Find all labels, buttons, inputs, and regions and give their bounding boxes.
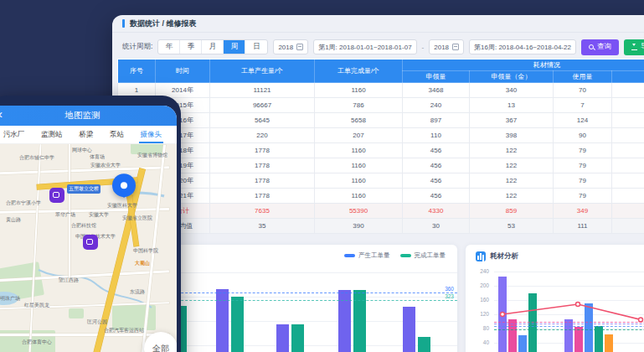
table-cell: 349 [554,204,612,219]
table-cell: 786 [315,98,403,113]
table-cell: 7 [554,98,612,113]
year-end-select[interactable]: 2018 [429,39,464,54]
reference-line [156,292,457,293]
map-label: 东流路 [130,288,145,296]
col-header-sub-3: 金额 [612,71,644,83]
orders-plot: 360323 [156,265,457,352]
table-cell: 1160 [315,158,403,173]
map-view[interactable]: 五里墩立交桥 网球中心合肥市辅仁中学体育场安徽农业大学安徽省博物馆合肥市宁溪小学… [0,144,177,352]
gridline [494,286,644,287]
legend-marker-created [344,254,355,257]
breadcrumb-row: 数据统计 / 维修报表 [112,15,644,33]
camera-pin-icon[interactable] [49,188,64,203]
map-label: 匡河公园 [87,318,107,326]
period-option-month[interactable]: 月 [202,40,224,54]
tab-camera[interactable]: 摄像头 [139,127,164,143]
report-panel: 数据统计 / 维修报表 统计周期: 年 季 月 周 日 2018 第1周: 20… [112,15,644,352]
location-pin-icon[interactable] [112,173,136,197]
table-cell: 67 [612,143,644,158]
table-cell: 456 [403,189,470,204]
phone-header: ‹ 地图监测 [0,106,177,126]
reference-line-label: 323 [445,293,454,299]
table-cell: 240 [403,98,470,113]
table-cell: 4330 [403,204,470,219]
tab-pump-station[interactable]: 泵站 [108,127,126,143]
search-icon [589,44,594,49]
week-start-input[interactable]: 第1周: 2018-01-01~2018-01-07 [313,39,416,54]
map-label: 安徽农业大学 [90,162,121,169]
y-axis-tick: 200 [471,282,489,288]
reference-line [494,329,644,330]
table-cell: 13 [470,98,554,113]
map-label: 中国科学院 [133,247,158,255]
bar [518,335,527,352]
breadcrumb: 数据统计 / 维修报表 [130,18,197,29]
table-cell: 1160 [315,173,403,189]
screenshot-stage: 数据统计 / 维修报表 统计周期: 年 季 月 周 日 2018 第1周: 20… [0,0,644,352]
map-label: 红星美凯龙 [24,302,49,309]
year-end-value: 2018 [434,44,449,51]
query-button[interactable]: 查询 [581,39,619,55]
map-label: 安徽医科大学 [107,202,137,210]
period-option-day[interactable]: 日 [245,40,267,54]
table-cell: 367 [470,113,554,128]
bar-done [231,297,244,352]
accent-bar [122,19,125,28]
table-cell: 122 [470,158,554,173]
orders-legend: 产生工单量 完成工单量 [344,251,446,260]
bar [605,334,613,352]
period-label: 统计周期: [122,42,152,52]
table-cell: 79 [554,189,612,204]
table-cell: 11121 [210,83,315,98]
col-header-sub-1: 申领量（金） [470,71,554,83]
materials-plot: 2402001601208040 [466,245,644,352]
table-cell: 456 [403,158,470,173]
tab-sewage-plant[interactable]: 污水厂 [2,127,27,143]
query-label: 查询 [597,42,611,52]
trend-line [466,245,644,352]
phone-title: 地图监测 [65,110,100,122]
map-label: 合肥体育中心 [22,339,52,346]
export-excel-button[interactable]: 导出Excel [624,39,644,55]
table-row: 72020年177811604561227967 [118,173,644,189]
table-row: 22015年96667786240137690 [118,98,644,113]
tab-monitor-station[interactable]: 监测站 [39,127,64,143]
y-axis-tick: 80 [471,325,489,331]
camera-lens [53,192,59,198]
week-end-input[interactable]: 第16周: 2018-04-16~2018-04-22 [469,39,576,54]
table-cell: 690 [612,98,644,113]
camera-lens [86,239,93,245]
table-cell: 1160 [315,143,403,158]
map-label: 安徽大学 [89,211,109,219]
table-cell: 1160 [315,83,403,98]
legend-item-done: 完成工单量 [400,251,446,260]
table-cell: 7635 [210,204,315,219]
table-cell: 1778 [210,143,315,158]
map-label: 大蜀山 [135,260,150,267]
bar [585,303,593,352]
map-label: 体育场 [90,153,105,161]
table-cell: 897 [403,113,470,128]
table-cell: 859 [470,204,554,219]
gridline [156,297,457,298]
download-icon [631,44,637,50]
period-option-week[interactable]: 周 [224,40,245,54]
camera-pin-icon[interactable] [83,235,98,250]
year-start-select[interactable]: 2018 [273,39,308,54]
period-option-quarter[interactable]: 季 [180,40,202,54]
table-cell: 1160 [315,189,403,204]
table-cell: 67 [612,173,644,189]
phone-tab-bar: 污水厂 监测站 桥梁 泵站 摄像头 [0,126,177,144]
phone-screen: ‹ 地图监测 污水厂 监测站 桥梁 泵站 摄像头 [0,106,177,352]
map-label: 望江西路 [59,277,79,284]
tab-bridge[interactable]: 桥梁 [77,127,95,143]
back-icon[interactable]: ‹ [0,106,3,121]
bar [498,277,507,352]
table-cell: 111 [554,219,612,234]
period-option-year[interactable]: 年 [158,40,180,54]
export-label: 导出Excel [641,42,644,52]
calendar-icon [452,44,459,50]
reference-line [494,322,644,323]
legend-label-created: 产生工单量 [358,251,390,260]
table-cell: 35 [210,219,315,234]
